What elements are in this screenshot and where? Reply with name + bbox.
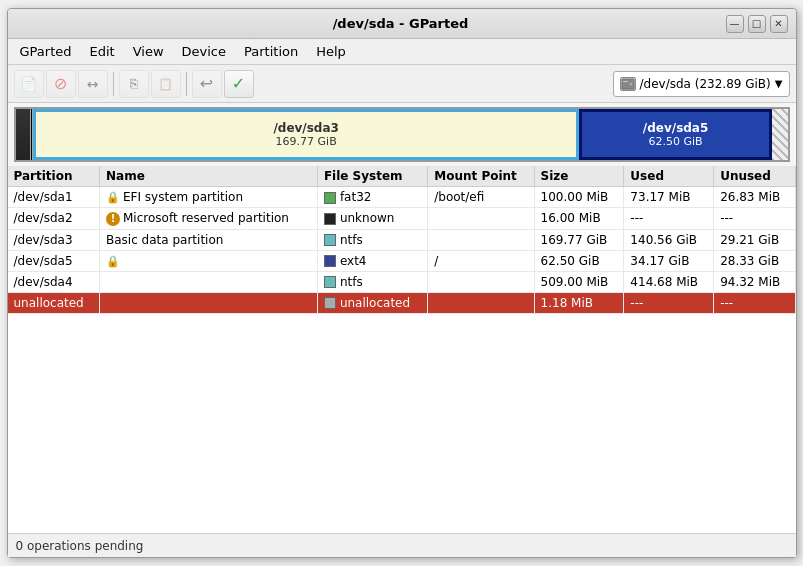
table-row[interactable]: /dev/sda2!Microsoft reserved partitionun… — [8, 208, 796, 230]
cell-mountpoint — [428, 208, 534, 230]
menu-edit[interactable]: Edit — [82, 42, 123, 61]
cell-partition: /dev/sda4 — [8, 271, 100, 292]
svg-point-1 — [629, 82, 633, 86]
close-button[interactable]: ✕ — [770, 15, 788, 33]
delete-icon: ⊘ — [54, 74, 67, 93]
cell-mountpoint — [428, 271, 534, 292]
seg-sda5-name: /dev/sda5 — [643, 121, 709, 135]
cell-size: 509.00 MiB — [534, 271, 624, 292]
cell-filesystem: fat32 — [317, 187, 427, 208]
undo-button[interactable]: ↩ — [192, 70, 222, 98]
toolbar: 📄 ⊘ ↔ ⎘ 📋 ↩ ✓ — [8, 65, 796, 103]
col-partition: Partition — [8, 166, 100, 187]
cell-filesystem: ext4 — [317, 250, 427, 271]
cell-used: --- — [624, 208, 714, 230]
cell-name — [100, 271, 318, 292]
cell-mountpoint: /boot/efi — [428, 187, 534, 208]
menu-gparted[interactable]: GParted — [12, 42, 80, 61]
disk-seg-sda5[interactable]: /dev/sda5 62.50 GiB — [579, 109, 772, 160]
cell-name: 🔒EFI system partition — [100, 187, 318, 208]
new-partition-button[interactable]: 📄 — [14, 70, 44, 98]
toolbar-separator-1 — [113, 72, 114, 96]
fs-color-box — [324, 192, 336, 204]
cell-used: 414.68 MiB — [624, 271, 714, 292]
cell-size: 1.18 MiB — [534, 292, 624, 313]
menubar: GParted Edit View Device Partition Help — [8, 39, 796, 65]
disk-icon — [620, 77, 636, 91]
operations-pending: 0 operations pending — [16, 539, 144, 553]
table-row[interactable]: /dev/sda5🔒ext4/62.50 GiB34.17 GiB28.33 G… — [8, 250, 796, 271]
cell-partition: /dev/sda2 — [8, 208, 100, 230]
col-size: Size — [534, 166, 624, 187]
copy-partition-button[interactable]: ⎘ — [119, 70, 149, 98]
svg-rect-2 — [623, 81, 628, 82]
disk-seg-sda1[interactable] — [16, 109, 31, 160]
cell-unused: 94.32 MiB — [714, 271, 795, 292]
cell-name: !Microsoft reserved partition — [100, 208, 318, 230]
delete-partition-button[interactable]: ⊘ — [46, 70, 76, 98]
paste-partition-button[interactable]: 📋 — [151, 70, 181, 98]
device-label: /dev/sda (232.89 GiB) — [640, 77, 771, 91]
disk-seg-unalloc[interactable] — [772, 109, 787, 160]
warning-icon: ! — [106, 212, 120, 226]
menu-device[interactable]: Device — [174, 42, 234, 61]
cell-used: 73.17 MiB — [624, 187, 714, 208]
partition-table: Partition Name File System Mount Point S… — [8, 166, 796, 533]
table-header-row: Partition Name File System Mount Point S… — [8, 166, 796, 187]
cell-partition: /dev/sda1 — [8, 187, 100, 208]
cell-unused: --- — [714, 292, 795, 313]
apply-button[interactable]: ✓ — [224, 70, 254, 98]
cell-unused: 28.33 GiB — [714, 250, 795, 271]
cell-unused: --- — [714, 208, 795, 230]
paste-icon: 📋 — [158, 77, 173, 91]
table-row[interactable]: /dev/sda3Basic data partitionntfs169.77 … — [8, 229, 796, 250]
device-dropdown-icon: ▼ — [775, 78, 783, 89]
cell-used: 34.17 GiB — [624, 250, 714, 271]
menu-partition[interactable]: Partition — [236, 42, 306, 61]
copy-icon: ⎘ — [130, 76, 138, 91]
device-selector[interactable]: /dev/sda (232.89 GiB) ▼ — [613, 71, 790, 97]
fs-color-box — [324, 255, 336, 267]
disk-seg-sda3[interactable]: /dev/sda3 169.77 GiB — [33, 109, 579, 160]
cell-partition: /dev/sda5 — [8, 250, 100, 271]
menu-view[interactable]: View — [125, 42, 172, 61]
disk-visual: /dev/sda3 169.77 GiB /dev/sda5 62.50 GiB — [14, 107, 790, 162]
fs-color-box — [324, 276, 336, 288]
resize-icon: ↔ — [87, 76, 99, 92]
fs-color-box — [324, 213, 336, 225]
cell-unused: 29.21 GiB — [714, 229, 795, 250]
main-window: /dev/sda - GParted — □ ✕ GParted Edit Vi… — [7, 8, 797, 558]
window-controls: — □ ✕ — [726, 15, 788, 33]
maximize-button[interactable]: □ — [748, 15, 766, 33]
toolbar-separator-2 — [186, 72, 187, 96]
cell-name: 🔒 — [100, 250, 318, 271]
col-name: Name — [100, 166, 318, 187]
seg-sda3-name: /dev/sda3 — [273, 121, 339, 135]
window-title: /dev/sda - GParted — [76, 16, 726, 31]
cell-size: 100.00 MiB — [534, 187, 624, 208]
apply-icon: ✓ — [232, 74, 245, 93]
cell-used: --- — [624, 292, 714, 313]
title-bar: /dev/sda - GParted — □ ✕ — [8, 9, 796, 39]
cell-filesystem: unknown — [317, 208, 427, 230]
partitions-table: Partition Name File System Mount Point S… — [8, 166, 796, 314]
table-row[interactable]: /dev/sda1🔒EFI system partitionfat32/boot… — [8, 187, 796, 208]
hdd-svg — [621, 78, 635, 90]
cell-mountpoint — [428, 292, 534, 313]
cell-mountpoint — [428, 229, 534, 250]
cell-name — [100, 292, 318, 313]
col-mountpoint: Mount Point — [428, 166, 534, 187]
cell-filesystem: unallocated — [317, 292, 427, 313]
menu-help[interactable]: Help — [308, 42, 354, 61]
resize-move-button[interactable]: ↔ — [78, 70, 108, 98]
cell-name: Basic data partition — [100, 229, 318, 250]
undo-icon: ↩ — [200, 74, 213, 93]
seg-sda5-size: 62.50 GiB — [649, 135, 703, 148]
table-row[interactable]: unallocatedunallocated1.18 MiB------ — [8, 292, 796, 313]
table-row[interactable]: /dev/sda4ntfs509.00 MiB414.68 MiB94.32 M… — [8, 271, 796, 292]
cell-size: 169.77 GiB — [534, 229, 624, 250]
cell-filesystem: ntfs — [317, 271, 427, 292]
cell-filesystem: ntfs — [317, 229, 427, 250]
seg-sda3-size: 169.77 GiB — [276, 135, 337, 148]
minimize-button[interactable]: — — [726, 15, 744, 33]
